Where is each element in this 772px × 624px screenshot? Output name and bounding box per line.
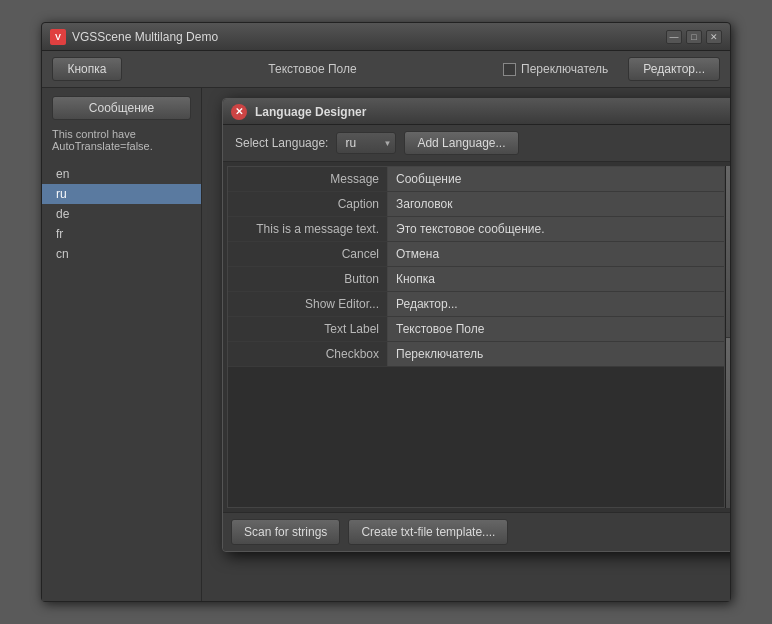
dialog-close-button[interactable]: ✕ bbox=[231, 104, 247, 120]
autotranslate-text: This control have AutoTranslate=false. bbox=[42, 124, 201, 156]
table-row: This is a message text. Это текстовое со… bbox=[228, 217, 724, 242]
lang-item-cn[interactable]: cn bbox=[42, 244, 201, 264]
add-language-button[interactable]: Add Language... bbox=[404, 131, 518, 155]
title-bar: V VGSScene Multilang Demo — □ ✕ bbox=[42, 23, 730, 51]
table-row: Caption Заголовок bbox=[228, 192, 724, 217]
toolbar-checkbox[interactable] bbox=[503, 63, 516, 76]
row-key-checkbox: Checkbox bbox=[228, 342, 388, 366]
row-value-cancel[interactable] bbox=[388, 242, 724, 266]
dialog-title-bar: ✕ Language Designer bbox=[223, 99, 730, 125]
table-row: Show Editor... Редактор... bbox=[228, 292, 724, 317]
translation-table-wrapper: Message Сообщение Caption Заголовок This… bbox=[227, 166, 730, 508]
minimize-button[interactable]: — bbox=[666, 30, 682, 44]
toolbar-checkbox-label: Переключатель bbox=[521, 62, 608, 76]
row-value-checkbox: Переключатель bbox=[388, 342, 724, 366]
toolbar-editor-button[interactable]: Редактор... bbox=[628, 57, 720, 81]
row-value-msgtext: Это текстовое сообщение. bbox=[388, 217, 724, 241]
scan-strings-button[interactable]: Scan for strings bbox=[231, 519, 340, 545]
content-area: Сообщение This control have AutoTranslat… bbox=[42, 88, 730, 601]
row-key-message: Message bbox=[228, 167, 388, 191]
lang-item-en[interactable]: en bbox=[42, 164, 201, 184]
lang-item-ru[interactable]: ru bbox=[42, 184, 201, 204]
toolbar-checkbox-area: Переключатель bbox=[503, 62, 608, 76]
row-key-msgtext: This is a message text. bbox=[228, 217, 388, 241]
main-panel: ✕ Language Designer Select Language: ru … bbox=[202, 88, 730, 601]
main-toolbar: Кнопка Текстовое Поле Переключатель Реда… bbox=[42, 51, 730, 88]
table-row: Text Label Текстовое Поле bbox=[228, 317, 724, 342]
dialog-toolbar: Select Language: ru en de fr cn Add Lang… bbox=[223, 125, 730, 162]
table-row: Message Сообщение bbox=[228, 167, 724, 192]
row-key-cancel: Cancel bbox=[228, 242, 388, 266]
message-button[interactable]: Сообщение bbox=[52, 96, 191, 120]
dialog-footer: Scan for strings Create txt-file templat… bbox=[223, 512, 730, 551]
table-row: Button Кнопка bbox=[228, 267, 724, 292]
row-value-textlabel: Текстовое Поле bbox=[388, 317, 724, 341]
main-window: V VGSScene Multilang Demo — □ ✕ Кнопка Т… bbox=[41, 22, 731, 602]
cancel-input[interactable] bbox=[388, 242, 724, 266]
language-select[interactable]: ru en de fr cn bbox=[336, 132, 396, 154]
toolbar-text-label: Текстовое Поле bbox=[142, 62, 483, 76]
app-icon: V bbox=[50, 29, 66, 45]
table-side-buttons: + - bbox=[725, 166, 730, 508]
language-list: en ru de fr cn bbox=[42, 164, 201, 264]
table-empty-area bbox=[228, 367, 724, 507]
maximize-button[interactable]: □ bbox=[686, 30, 702, 44]
row-value-showeditor: Редактор... bbox=[388, 292, 724, 316]
language-designer-dialog: ✕ Language Designer Select Language: ru … bbox=[222, 98, 730, 552]
window-title: VGSScene Multilang Demo bbox=[72, 30, 666, 44]
left-panel: Сообщение This control have AutoTranslat… bbox=[42, 88, 202, 601]
toolbar-button-btn[interactable]: Кнопка bbox=[52, 57, 122, 81]
row-value-caption: Заголовок bbox=[388, 192, 724, 216]
create-template-button[interactable]: Create txt-file template.... bbox=[348, 519, 508, 545]
table-row-active: Cancel bbox=[228, 242, 724, 267]
translation-table: Message Сообщение Caption Заголовок This… bbox=[227, 166, 725, 508]
row-key-textlabel: Text Label bbox=[228, 317, 388, 341]
dialog-title: Language Designer bbox=[255, 105, 366, 119]
select-language-label: Select Language: bbox=[235, 136, 328, 150]
remove-row-button[interactable]: - bbox=[726, 338, 730, 509]
language-select-wrapper: ru en de fr cn bbox=[336, 132, 396, 154]
close-button[interactable]: ✕ bbox=[706, 30, 722, 44]
row-key-caption: Caption bbox=[228, 192, 388, 216]
row-value-button: Кнопка bbox=[388, 267, 724, 291]
row-key-button: Button bbox=[228, 267, 388, 291]
add-row-button[interactable]: + bbox=[726, 166, 730, 338]
lang-item-fr[interactable]: fr bbox=[42, 224, 201, 244]
table-row: Checkbox Переключатель bbox=[228, 342, 724, 367]
lang-item-de[interactable]: de bbox=[42, 204, 201, 224]
row-key-showeditor: Show Editor... bbox=[228, 292, 388, 316]
row-value-message: Сообщение bbox=[388, 167, 724, 191]
window-controls: — □ ✕ bbox=[666, 30, 722, 44]
